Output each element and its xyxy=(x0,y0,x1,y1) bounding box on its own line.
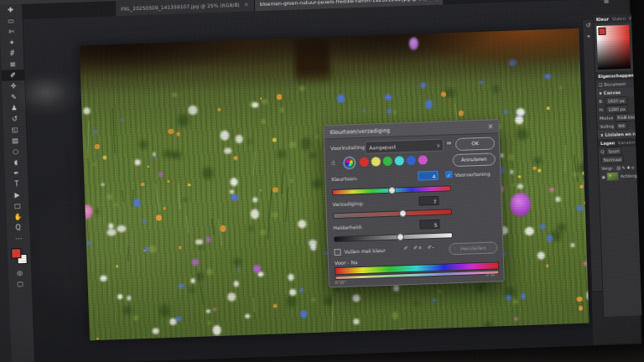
flower-dot xyxy=(311,297,315,302)
tool-eyedropper[interactable]: ✐ xyxy=(2,70,24,81)
tool-quick-selection[interactable]: ✦ xyxy=(0,37,23,49)
flower-dot xyxy=(230,189,234,194)
mode-value[interactable]: RGB-kleur xyxy=(615,113,635,122)
channel-dot-5[interactable] xyxy=(418,155,428,164)
flower-dot xyxy=(532,166,536,169)
reset-button[interactable]: Herstellen xyxy=(449,241,497,255)
tab-properties[interactable]: Eigenschappen xyxy=(598,73,633,79)
tool-eraser[interactable]: ◱ xyxy=(3,124,26,136)
channel-dot-0[interactable] xyxy=(360,158,369,167)
visibility-eye-icon[interactable]: ◉ xyxy=(601,173,605,181)
eyedropper-subtract-icon[interactable]: ✐- xyxy=(428,244,434,251)
saturation-slider-handle[interactable] xyxy=(399,209,407,217)
tool-crop[interactable]: # xyxy=(1,48,23,59)
flower-dot xyxy=(143,250,146,251)
flower-dot xyxy=(117,225,126,232)
hue-saturation-dialog: Kleurtoon/verzadiging × Voorinstelling: … xyxy=(323,119,505,287)
layer-filter-select[interactable]: Soort xyxy=(605,147,622,156)
tool-hand[interactable]: ✋ xyxy=(7,211,29,223)
flower-dot xyxy=(234,156,238,160)
flower-dot xyxy=(459,111,465,116)
hue-value-input[interactable]: 4 xyxy=(418,171,438,181)
color-picker-field[interactable] xyxy=(596,25,631,70)
flower-dot xyxy=(582,171,585,174)
canvas-area[interactable] xyxy=(23,0,594,362)
flower-dot xyxy=(198,242,200,244)
channel-dot-1[interactable] xyxy=(371,157,381,166)
channel-dot-4[interactable] xyxy=(407,156,416,165)
width-label: B: xyxy=(599,97,603,106)
cancel-button[interactable]: Annuleren xyxy=(453,153,496,167)
tool-type[interactable]: T xyxy=(5,178,28,190)
lightness-slider-handle[interactable] xyxy=(397,233,404,240)
tool-lasso[interactable]: ✄ xyxy=(0,26,23,38)
preset-menu-icon[interactable]: ≡ xyxy=(446,139,452,147)
tool-clone-stamp[interactable]: ♟ xyxy=(3,102,25,114)
tab-color[interactable]: Kleur xyxy=(596,17,609,23)
tab-gradients[interactable]: Verlopen xyxy=(629,15,631,21)
screen-mode-icon[interactable]: ▢ xyxy=(8,278,31,290)
tool-move[interactable]: ✚ xyxy=(0,4,22,16)
channel-dot-2[interactable] xyxy=(383,157,392,166)
tool-history-brush[interactable]: ↺ xyxy=(3,113,26,125)
tool-pen[interactable]: ✒ xyxy=(5,168,28,179)
tab-layers[interactable]: Lagen xyxy=(600,140,615,146)
quick-mask-icon[interactable]: ◎ xyxy=(8,267,31,279)
preset-select[interactable]: Aangepast ∨ xyxy=(365,139,444,154)
lock-label: Vergr.: xyxy=(601,163,615,173)
foreground-color-chip[interactable] xyxy=(598,28,605,35)
colorize-checkbox[interactable] xyxy=(334,249,340,256)
eyedropper-icon[interactable]: ✐ xyxy=(403,245,408,251)
on-image-adjust-icon[interactable]: ☝ xyxy=(331,159,335,167)
flower-dot xyxy=(538,169,541,173)
hue-slider[interactable] xyxy=(332,185,451,195)
rulers-section-label: Linialen en rasters xyxy=(605,131,636,137)
saturation-slider[interactable] xyxy=(333,209,452,219)
workspace-icon[interactable]: ⊞ xyxy=(604,0,609,5)
flower-dot xyxy=(387,109,391,113)
saturation-value-input[interactable]: 7 xyxy=(418,196,439,206)
fill-value[interactable]: Wit xyxy=(615,122,628,130)
chevron-down-icon: ∨ xyxy=(599,90,602,96)
foreground-color-swatch[interactable] xyxy=(11,248,21,258)
channel-dot-3[interactable] xyxy=(395,156,404,165)
tool-edit-toolbar[interactable]: ⋯ xyxy=(7,233,29,245)
flower-dot xyxy=(259,230,266,235)
lightness-value-input[interactable]: 5 xyxy=(419,220,439,230)
tool-gradient[interactable]: ▨ xyxy=(3,135,26,147)
preview-checkbox[interactable]: ✓ xyxy=(445,171,452,178)
layer-row-background[interactable]: ◉ Achtergrond ¤ xyxy=(599,171,636,181)
tool-brush[interactable]: ✎ xyxy=(3,91,25,103)
tool-dodge[interactable]: ◖ xyxy=(4,157,27,168)
flower-dot xyxy=(579,185,584,189)
tool-spot-healing[interactable]: ✜ xyxy=(2,80,24,92)
flower-dot xyxy=(153,328,159,334)
hue-slider-handle[interactable] xyxy=(388,187,396,194)
flower-dot xyxy=(236,135,243,143)
tool-frame[interactable]: ⊠ xyxy=(1,59,23,70)
color-swatches[interactable] xyxy=(8,247,31,266)
tool-shape[interactable]: □ xyxy=(6,200,29,212)
tab-channels[interactable]: Kanalen xyxy=(618,140,635,146)
tool-blur[interactable]: ○ xyxy=(4,146,27,158)
flower-dot xyxy=(393,285,399,291)
flower-dot xyxy=(555,197,560,201)
ok-button[interactable]: OK xyxy=(455,137,495,151)
tool-marquee[interactable]: ▭ xyxy=(0,15,23,27)
flower-dot xyxy=(164,207,166,209)
tool-path-selection[interactable]: ▶ xyxy=(6,189,29,201)
eyedropper-add-icon[interactable]: ✐+ xyxy=(413,244,423,251)
rulers-section-header[interactable]: ∨ Linialen en rasters xyxy=(598,130,636,140)
flower-dot xyxy=(205,236,210,242)
tool-zoom[interactable]: Q xyxy=(7,222,29,234)
search-icon[interactable]: Q xyxy=(600,147,604,156)
flower-dot xyxy=(425,100,433,109)
lightness-slider[interactable] xyxy=(334,232,453,242)
tab-close-icon[interactable]: × xyxy=(244,1,249,8)
tab-swatches[interactable]: Stalen xyxy=(612,16,626,22)
flower-dot xyxy=(143,220,146,223)
close-icon[interactable]: × xyxy=(487,120,493,132)
flower-dot xyxy=(153,153,156,156)
hue-label: Kleurtoon: xyxy=(331,175,357,182)
master-channel-color-wheel-icon[interactable] xyxy=(345,158,355,168)
